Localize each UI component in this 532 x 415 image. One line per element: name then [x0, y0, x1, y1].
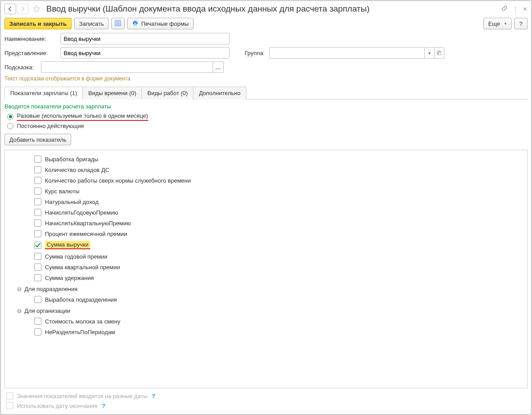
tree-item[interactable]: Натуральный доход [7, 196, 525, 207]
tree-group-organization[interactable]: ⊖ Для организации [7, 305, 525, 316]
checkbox[interactable] [34, 328, 41, 335]
link-icon[interactable] [501, 5, 508, 13]
close-icon[interactable]: ✕ [523, 6, 528, 12]
row-repr: Представление: Группа: ▾ [4, 47, 528, 59]
checkbox[interactable] [34, 166, 41, 173]
add-indicator-button[interactable]: Добавить показатель [4, 134, 71, 145]
toolbar: Записать и закрыть Записать Печатные фор… [1, 16, 531, 33]
checkbox[interactable] [34, 188, 41, 195]
tree-item[interactable]: Процент ежемесячной премии [7, 228, 525, 239]
tree-item[interactable]: Сумма удержания [7, 272, 525, 283]
footer-enddate-label: Использовать дату окончания [17, 403, 97, 409]
hint-ellipsis-button[interactable]: … [213, 61, 224, 73]
hint-input[interactable] [41, 61, 213, 73]
radio-once-underline: Разовые (используемые только в одном мес… [17, 112, 148, 121]
tree-item-label: Курс валюты [45, 188, 80, 195]
footer-enddate-checkbox [6, 402, 13, 409]
tree-item[interactable]: Сумма квартальной премии [7, 262, 525, 272]
tree-item-label: Натуральный доход [45, 199, 99, 205]
tabs: Показатели зарплаты (1) Виды времени (0)… [4, 86, 528, 100]
hint-label: Подсказка: [4, 64, 39, 71]
tree-item[interactable]: Количество работы сверх нормы служебного… [7, 175, 525, 186]
group-combo: ▾ [269, 47, 444, 59]
tab-indicators[interactable]: Показатели зарплаты (1) [4, 87, 83, 100]
tab-work-types[interactable]: Виды работ (0) [141, 87, 193, 100]
print-forms-button[interactable]: Печатные формы [127, 18, 193, 29]
save-close-button[interactable]: Записать и закрыть [4, 18, 72, 29]
checkbox[interactable] [34, 209, 41, 216]
window: Ввод выручки (Шаблон документа ввода исх… [0, 0, 532, 415]
tree-item[interactable]: Выработка подразделения [7, 294, 525, 305]
tree-item[interactable]: Стоимость молока за смену [7, 316, 525, 327]
list-button[interactable] [111, 18, 125, 29]
radio-once[interactable] [7, 114, 13, 120]
tree-item-label: Сумма удержания [45, 275, 94, 281]
favorite-star-icon[interactable] [32, 4, 41, 13]
group-dropdown-button[interactable]: ▾ [425, 47, 435, 59]
nav-back-button[interactable] [4, 4, 16, 14]
kebab-menu-icon[interactable]: ⋮ [512, 6, 518, 12]
checkbox[interactable] [34, 198, 41, 205]
radio-row-once: Разовые (используемые только в одном мес… [4, 112, 528, 121]
collapse-icon[interactable]: ⊖ [16, 308, 22, 314]
checkbox[interactable] [34, 177, 41, 184]
tree-item[interactable]: Сумма годовой премии [7, 251, 525, 262]
checkbox[interactable] [34, 156, 41, 163]
titlebar: Ввод выручки (Шаблон документа ввода исх… [1, 1, 531, 16]
nav-forward-button[interactable] [17, 4, 28, 14]
save-button[interactable]: Записать [74, 18, 109, 29]
tree-item-label: Процент ежемесячной премии [45, 231, 127, 237]
help-icon[interactable]: ? [102, 403, 105, 409]
help-button[interactable]: ? [514, 18, 528, 29]
name-label: Наименование: [4, 36, 59, 42]
group-dept-label: Для подразделения [24, 286, 77, 292]
tab-additional[interactable]: Дополнительно [193, 87, 246, 100]
tree-item-label: Сумма годовой премии [45, 253, 108, 260]
group-org-label: Для организации [24, 307, 70, 314]
tab-time-types[interactable]: Виды времени (0) [82, 87, 142, 100]
tree-item[interactable]: Количество окладов ДС [7, 164, 525, 175]
footer-dates-checkbox [6, 392, 13, 399]
add-row: Добавить показатель [4, 134, 528, 145]
tree-item-label: НачислятьГодовуюПремию [45, 209, 118, 216]
repr-input[interactable] [60, 47, 230, 59]
checkbox[interactable] [34, 242, 41, 249]
print-icon [132, 20, 138, 28]
section-title: Вводятся показатели расчета зарплаты [4, 103, 528, 110]
tree-item-label: Сумма квартальной премии [45, 264, 120, 271]
tree-item[interactable]: НачислятьКвартальнуюПремию [7, 218, 525, 228]
checkbox[interactable] [34, 318, 41, 325]
list-icon [115, 20, 121, 28]
group-open-button[interactable] [435, 47, 444, 59]
help-icon[interactable]: ? [152, 393, 155, 399]
radio-permanent-label[interactable]: Постоянно действующие [17, 123, 84, 129]
group-input[interactable] [269, 47, 425, 59]
collapse-icon[interactable]: ⊖ [16, 287, 22, 292]
tree-group-department[interactable]: ⊖ Для подразделения [7, 283, 525, 294]
checkbox[interactable] [34, 253, 41, 260]
group-label: Группа: [245, 50, 265, 56]
checkbox[interactable] [34, 263, 41, 271]
tree-item[interactable]: НачислятьГодовуюПремию [7, 207, 525, 218]
radio-once-label[interactable]: Разовые (используемые только в одном мес… [17, 112, 148, 119]
name-input[interactable] [60, 33, 230, 44]
row-name: Наименование: [4, 33, 528, 44]
radio-row-permanent: Постоянно действующие [4, 123, 528, 129]
tree-item[interactable]: Сумма выручки [7, 239, 525, 251]
tree-item-label: Стоимость молока за смену [45, 318, 121, 325]
page-title: Ввод выручки (Шаблон документа ввода исх… [46, 4, 498, 14]
indicators-tree[interactable]: Выработка бригадыКоличество окладов ДСКо… [4, 150, 528, 388]
row-hint: Подсказка: … [4, 61, 528, 73]
checkbox[interactable] [34, 219, 41, 227]
footer-enddate-row: Использовать дату окончания ? [4, 401, 528, 411]
tree-item-label: Сумма выручки [45, 241, 90, 249]
checkbox[interactable] [34, 230, 41, 237]
repr-label: Представление: [4, 50, 59, 56]
radio-permanent[interactable] [7, 123, 13, 129]
checkbox[interactable] [34, 296, 41, 303]
tree-item[interactable]: НеРазделятьПоПериодам [7, 327, 525, 337]
tree-item[interactable]: Выработка бригады [7, 154, 525, 164]
tree-item[interactable]: Курс валюты [7, 186, 525, 196]
checkbox[interactable] [34, 274, 41, 281]
more-button[interactable]: Еще [484, 18, 512, 29]
